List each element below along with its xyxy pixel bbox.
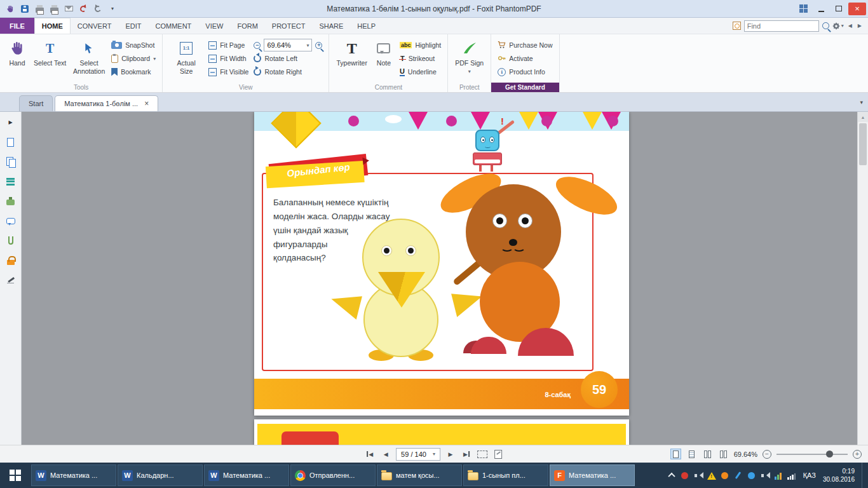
last-page-button[interactable]: ▶ xyxy=(461,449,472,460)
layers-panel-icon[interactable] xyxy=(4,176,17,187)
network-tray-icon[interactable] xyxy=(787,471,796,480)
find-options-gear-icon[interactable]: ▾ xyxy=(832,22,844,30)
tab-view[interactable]: VIEW xyxy=(198,18,230,34)
highlight-button[interactable]: abc Highlight xyxy=(400,39,441,51)
first-page-button[interactable]: ◀ xyxy=(364,449,376,460)
tab-convert[interactable]: CONVERT xyxy=(71,18,119,34)
product-info-button[interactable]: i Product Info xyxy=(498,66,552,78)
fit-page-button[interactable]: Fit Page xyxy=(208,39,248,51)
facing-view-icon[interactable] xyxy=(702,449,713,459)
minimize-button[interactable] xyxy=(813,3,829,15)
taskbar-item-chrome[interactable]: Отправленн... xyxy=(290,464,376,486)
snapshot-status-icon[interactable] xyxy=(477,449,488,460)
volume-tray-icon[interactable] xyxy=(761,471,770,480)
customize-toolbar-chevron-icon[interactable]: ▾ xyxy=(106,3,119,15)
pen-tray-icon[interactable] xyxy=(734,471,743,480)
taskbar-item-word-2[interactable]: W Кальдарн... xyxy=(118,464,203,486)
zoom-in-status-icon[interactable]: + xyxy=(853,450,862,459)
audio-tray-icon[interactable] xyxy=(694,471,703,480)
purchase-now-button[interactable]: Purchase Now xyxy=(498,39,552,51)
show-desktop-button[interactable] xyxy=(862,463,865,488)
continuous-view-icon[interactable] xyxy=(686,449,697,459)
quick-print-icon[interactable] xyxy=(48,3,60,15)
taskbar-item-folder-2[interactable]: 1-сынып пл... xyxy=(463,464,548,486)
zoom-in-icon[interactable]: + xyxy=(315,42,322,49)
messenger-tray-icon[interactable] xyxy=(747,471,756,480)
redo-icon[interactable] xyxy=(92,3,104,15)
activate-button[interactable]: Activate xyxy=(498,53,552,64)
language-indicator[interactable]: ҚАЗ xyxy=(801,471,818,479)
close-tab-icon[interactable]: × xyxy=(144,100,149,107)
stamps-panel-icon[interactable] xyxy=(4,196,17,207)
previous-page-button[interactable]: ◀ xyxy=(380,449,391,460)
zoom-combo-chevron-icon[interactable]: ▾ xyxy=(306,43,309,48)
email-icon[interactable] xyxy=(62,3,75,15)
tab-form[interactable]: FORM xyxy=(230,18,264,34)
collapse-panel-arrow-icon[interactable]: ▶ xyxy=(4,117,17,128)
hand-tool-icon[interactable] xyxy=(4,3,17,15)
actual-size-button[interactable]: 1:1 Actual Size xyxy=(166,36,206,82)
attachments-panel-icon[interactable] xyxy=(4,235,17,246)
taskbar-item-word-3[interactable]: W Математика ... xyxy=(204,464,289,486)
vertical-scrollbar[interactable]: ▲ xyxy=(857,112,868,445)
start-button[interactable] xyxy=(0,463,31,488)
comments-panel-icon[interactable] xyxy=(4,215,17,226)
rotate-right-button[interactable]: Rotate Right xyxy=(254,66,322,78)
tab-share[interactable]: SHARE xyxy=(312,18,350,34)
tab-start[interactable]: Start xyxy=(19,95,53,111)
tab-comment[interactable]: COMMENT xyxy=(149,18,199,34)
scrollbar-thumb[interactable] xyxy=(859,123,867,165)
zoom-out-status-icon[interactable]: − xyxy=(763,450,771,459)
typewriter-button[interactable]: T Typewriter xyxy=(333,36,370,82)
update-tray-icon[interactable] xyxy=(721,471,729,480)
ui-layout-grid-icon[interactable] xyxy=(795,3,811,15)
clipboard-status-icon[interactable] xyxy=(492,449,504,460)
antivirus-tray-icon[interactable] xyxy=(681,471,689,480)
print-icon[interactable] xyxy=(33,3,46,15)
snapshot-button[interactable]: SnapShot xyxy=(111,39,156,51)
stats-tray-icon[interactable] xyxy=(774,471,783,480)
find-next-icon[interactable]: ▶ xyxy=(857,23,863,29)
note-button[interactable]: Note xyxy=(370,36,397,82)
clock[interactable]: 0:19 30.08.2016 xyxy=(823,467,857,484)
zoom-out-icon[interactable]: − xyxy=(254,42,261,49)
taskbar-item-word-1[interactable]: W Математика ... xyxy=(31,464,116,486)
zoom-level-combo[interactable]: 69.64% ▾ xyxy=(264,39,312,51)
book-view-icon[interactable] xyxy=(718,449,729,459)
tab-edit[interactable]: EDIT xyxy=(118,18,148,34)
tab-document[interactable]: Математика 1-бөлім ... × xyxy=(55,95,158,111)
clipboard-dropdown-chevron-icon[interactable]: ▾ xyxy=(153,56,156,62)
page-canvas[interactable]: ! Орындап көр Балапанның немесе күшіктің xyxy=(22,112,857,445)
tab-list-chevron-icon[interactable]: ▾ xyxy=(860,99,863,105)
find-previous-icon[interactable]: ◀ xyxy=(847,23,853,29)
strikeout-button[interactable]: T Strikeout xyxy=(400,53,441,64)
page-thumbnails-icon[interactable] xyxy=(4,137,17,147)
tab-home[interactable]: HOME xyxy=(34,18,71,34)
select-annotation-button[interactable]: Select Annotation xyxy=(69,36,109,82)
scroll-up-icon[interactable]: ▲ xyxy=(858,112,868,122)
hand-button[interactable]: Hand xyxy=(4,36,31,82)
next-page-button[interactable]: ▶ xyxy=(445,449,456,460)
underline-button[interactable]: U Underline xyxy=(400,66,441,78)
pdf-sign-button[interactable]: PDF Sign ▾ xyxy=(452,36,487,82)
page-combo-chevron-icon[interactable]: ▾ xyxy=(433,451,435,457)
signature-panel-icon[interactable] xyxy=(4,274,17,285)
maximize-button[interactable] xyxy=(831,3,847,15)
zoom-slider[interactable] xyxy=(776,450,848,459)
page-number-combo[interactable]: 59 / 140 ▾ xyxy=(396,448,440,461)
warning-tray-icon[interactable] xyxy=(707,471,716,480)
fit-visible-button[interactable]: Fit Visible xyxy=(208,66,248,78)
rotate-left-button[interactable]: Rotate Left xyxy=(254,53,322,64)
close-button[interactable]: × xyxy=(848,3,866,15)
single-page-view-icon[interactable] xyxy=(670,449,681,459)
tab-protect[interactable]: PROTECT xyxy=(265,18,313,34)
zoom-slider-thumb[interactable] xyxy=(826,451,833,458)
security-panel-icon[interactable] xyxy=(4,255,17,266)
select-text-button[interactable]: T Select Text xyxy=(31,36,69,82)
clipboard-button[interactable]: Clipboard ▾ xyxy=(111,53,156,64)
bookmarks-panel-icon[interactable] xyxy=(4,156,17,167)
hidden-icons-chevron-icon[interactable] xyxy=(667,471,676,480)
undo-icon[interactable] xyxy=(77,3,90,15)
pdf-sign-dropdown-chevron-icon[interactable]: ▾ xyxy=(468,69,471,75)
bookmark-button[interactable]: Bookmark xyxy=(111,66,156,78)
